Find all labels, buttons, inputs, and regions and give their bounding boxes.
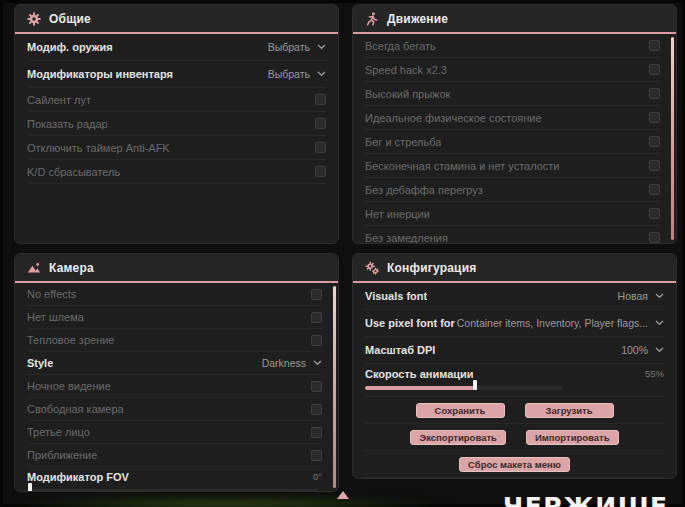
runner-icon	[365, 12, 379, 26]
panel-config-body: Visuals font Новая Use pixel font for Co…	[353, 283, 676, 478]
fov-value: 0°	[313, 471, 322, 482]
row-perfect-physical[interactable]: Идеальное физическое состояние	[365, 106, 660, 130]
row-inventory-mods[interactable]: Модификаторы инвентаря Выбрать	[27, 61, 326, 88]
weapon-mod-dropdown[interactable]: Выбрать	[268, 41, 326, 53]
checkbox[interactable]	[649, 112, 660, 123]
checkbox[interactable]	[649, 64, 660, 75]
button-row-reset: Сброс макета меню	[365, 451, 664, 478]
row-silent-loot[interactable]: Сайлент лут	[27, 88, 326, 112]
row-no-helmet[interactable]: Нет шлема	[27, 306, 322, 329]
dropdown-value: Новая	[618, 290, 648, 302]
mod-menu-screen: Общие Модиф. оружия Выбрать Модификаторы…	[0, 0, 685, 507]
import-button[interactable]: Импортировать	[526, 430, 619, 445]
checkbox[interactable]	[311, 404, 322, 415]
row-run-and-shoot[interactable]: Бег и стрельба	[365, 130, 660, 154]
row-style[interactable]: Style Darkness	[27, 352, 322, 375]
panel-title: Камера	[49, 261, 94, 275]
row-zoom[interactable]: Приближение	[27, 444, 322, 467]
load-button[interactable]: Загрузить	[525, 403, 614, 418]
checkbox[interactable]	[315, 166, 326, 177]
row-no-inertia[interactable]: Нет инерции	[365, 202, 660, 226]
panel-movement-header[interactable]: Движение	[353, 5, 676, 34]
button-row-export-import: Экспортировать Импортировать	[365, 424, 664, 451]
row-label: Третье лицо	[27, 426, 90, 438]
fov-slider[interactable]	[27, 486, 322, 492]
row-dpi-scale[interactable]: Масштаб DPI 100%	[365, 337, 664, 364]
row-no-effects[interactable]: No effects	[27, 283, 322, 306]
inventory-mods-dropdown[interactable]: Выбрать	[268, 68, 326, 80]
panel-camera-header[interactable]: Камера	[15, 254, 338, 283]
row-visuals-font[interactable]: Visuals font Новая	[365, 283, 664, 310]
style-dropdown[interactable]: Darkness	[262, 357, 322, 369]
row-weapon-mod[interactable]: Модиф. оружия Выбрать	[27, 34, 326, 61]
row-no-overload-debuff[interactable]: Без дебаффа перегруз	[365, 178, 660, 202]
row-label: K/D сбрасыватель	[27, 166, 120, 178]
dpi-scale-dropdown[interactable]: 100%	[621, 344, 664, 356]
checkbox[interactable]	[649, 184, 660, 195]
row-third-person[interactable]: Третье лицо	[27, 421, 322, 444]
checkbox[interactable]	[311, 335, 322, 346]
row-label: Без замедления	[365, 232, 448, 244]
anim-speed-slider[interactable]	[365, 383, 664, 393]
panel-camera: Камера No effects Нет шлема Тепловое зре…	[14, 253, 339, 492]
row-label: Visuals font	[365, 290, 427, 302]
row-label: Тепловое зрение	[27, 334, 114, 346]
panel-config-header[interactable]: Конфигурация	[353, 254, 676, 283]
pointer-triangle-icon	[337, 491, 349, 499]
panel-general-header[interactable]: Общие	[15, 5, 338, 34]
checkbox[interactable]	[649, 160, 660, 171]
fov-slider-handle[interactable]	[28, 483, 32, 492]
checkbox[interactable]	[311, 427, 322, 438]
row-label: Высокий прыжок	[365, 88, 450, 100]
game-background-grass	[0, 496, 540, 507]
image-icon	[27, 261, 41, 275]
checkbox[interactable]	[315, 142, 326, 153]
panel-camera-body: No effects Нет шлема Тепловое зрение Sty…	[15, 283, 338, 491]
checkbox[interactable]	[649, 232, 660, 243]
reset-menu-layout-button[interactable]: Сброс макета меню	[459, 457, 570, 472]
gear-icon	[27, 12, 41, 26]
gears-icon	[365, 261, 379, 275]
scrollbar[interactable]	[671, 37, 674, 240]
checkbox[interactable]	[315, 118, 326, 129]
anim-speed-slider-handle[interactable]	[473, 380, 477, 390]
row-pixel-font[interactable]: Use pixel font for Container items, Inve…	[365, 310, 664, 337]
row-label: No effects	[27, 288, 76, 300]
row-label: Без дебаффа перегруз	[365, 184, 483, 196]
checkbox[interactable]	[311, 381, 322, 392]
scrollbar[interactable]	[333, 286, 336, 488]
row-disable-antiafk[interactable]: Отключить таймер Anti-AFK	[27, 136, 326, 160]
row-label: Speed hack x2.3	[365, 64, 447, 76]
checkbox[interactable]	[649, 208, 660, 219]
row-free-camera[interactable]: Свободная камера	[27, 398, 322, 421]
row-high-jump[interactable]: Высокий прыжок	[365, 82, 660, 106]
row-label: Сайлент лут	[27, 94, 91, 106]
row-night-vision[interactable]: Ночное видение	[27, 375, 322, 398]
fov-label: Модификатор FOV	[27, 471, 129, 483]
row-label: Масштаб DPI	[365, 344, 435, 356]
checkbox[interactable]	[649, 40, 660, 51]
checkbox[interactable]	[311, 312, 322, 323]
checkbox[interactable]	[311, 289, 322, 300]
dropdown-value: Darkness	[262, 357, 306, 369]
anim-speed-value: 55%	[645, 368, 664, 379]
row-show-radar[interactable]: Показать радар	[27, 112, 326, 136]
row-always-run[interactable]: Всегда бегать	[365, 34, 660, 58]
row-thermal-vision[interactable]: Тепловое зрение	[27, 329, 322, 352]
checkbox[interactable]	[649, 136, 660, 147]
checkbox[interactable]	[311, 450, 322, 461]
panel-general: Общие Модиф. оружия Выбрать Модификаторы…	[14, 4, 339, 244]
row-no-slowdown[interactable]: Без замедления	[365, 226, 660, 244]
fov-modifier-block: Модификатор FOV 0°	[27, 468, 322, 492]
row-speed-hack[interactable]: Speed hack x2.3	[365, 58, 660, 82]
checkbox[interactable]	[649, 88, 660, 99]
row-infinite-stamina[interactable]: Бесконечная стамина и нет усталости	[365, 154, 660, 178]
row-label: Модиф. оружия	[27, 41, 113, 53]
pixel-font-dropdown[interactable]: Container items, Inventory, Player flags…	[457, 317, 664, 329]
row-kd-reset[interactable]: K/D сбрасыватель	[27, 160, 326, 184]
chevron-down-icon	[317, 71, 326, 77]
checkbox[interactable]	[315, 94, 326, 105]
visuals-font-dropdown[interactable]: Новая	[618, 290, 664, 302]
save-button[interactable]: Сохранить	[416, 403, 505, 418]
export-button[interactable]: Экспортировать	[410, 430, 505, 445]
